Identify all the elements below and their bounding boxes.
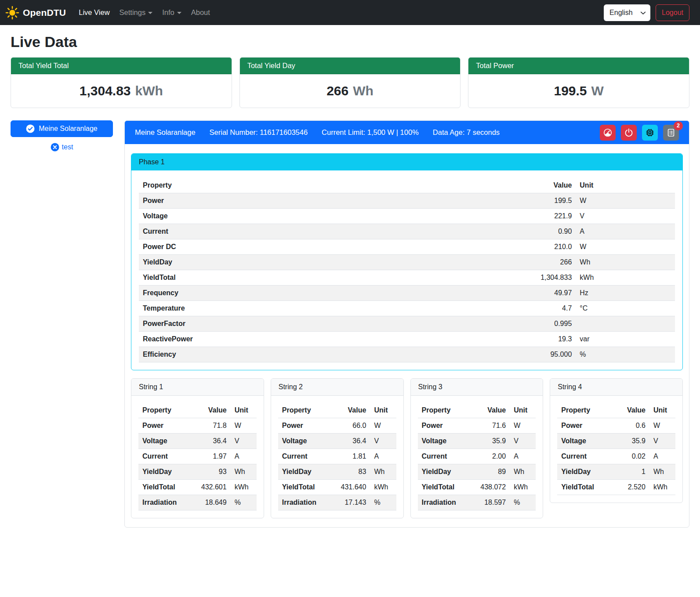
event-log-button[interactable]: 2 [663,125,679,141]
table-header-row: Property Value Unit [138,403,257,418]
property-cell: YieldTotal [138,480,197,495]
table-header-row: Property Value Unit [278,403,396,418]
column-header-unit: Unit [649,403,675,418]
string-card-body: Property Value Unit Power66.0WVoltage36.… [271,396,403,518]
table-row: Temperature4.7°C [139,301,675,316]
property-cell: ReactivePower [139,332,511,347]
value-cell: 0.995 [511,316,576,332]
table-row: Current1.81A [278,449,396,464]
table-row: Voltage35.9V [418,434,536,449]
unit-cell: Hz [576,286,675,301]
caret-down-icon [148,12,152,14]
property-cell: Power [418,418,477,434]
property-cell: Power [139,193,511,209]
value-cell: 221.9 [511,209,576,224]
summary-card-body: 266 Wh [240,74,461,108]
inverter-name: Meine Solaranlage [135,128,196,137]
column-header-property: Property [139,178,511,193]
summary-cards-row: Total Yield Total 1,304.83 kWh Total Yie… [11,57,689,108]
phase-card: Phase 1 Property Value Unit [131,153,683,370]
table-row: Frequency49.97Hz [139,286,675,301]
nav-item-settings[interactable]: Settings [115,5,158,20]
table-header-row: Property Value Unit [418,403,536,418]
string-card-body: Property Value Unit Power0.6WVoltage35.9… [550,396,682,503]
device-info-button[interactable] [642,125,658,141]
value-cell: 95.000 [511,347,576,362]
summary-card-title: Total Yield Day [240,58,461,74]
summary-card-body: 199.5 W [468,74,689,108]
test-link-label: test [62,143,73,151]
column-header-value: Value [197,403,231,418]
nav-item-about[interactable]: About [186,5,215,20]
test-inverter-link[interactable]: test [11,143,113,152]
summary-card-total-yield-total: Total Yield Total 1,304.83 kWh [11,57,232,108]
cpu-icon [645,128,655,137]
string-card-title: String 1 [131,379,264,396]
string-card-title: String 4 [550,379,682,396]
gauge-icon [603,128,613,137]
inverter-select-button[interactable]: Meine Solaranlage [11,120,113,137]
string-card-1: String 1 Property Value Unit [131,378,264,518]
value-cell: 35.9 [476,434,510,449]
table-row: YieldDay83Wh [278,464,396,480]
property-cell: Power [278,418,337,434]
value-cell: 93 [197,464,231,480]
unit-cell: W [649,418,675,434]
unit-cell: W [576,239,675,255]
limit-settings-button[interactable] [600,125,616,141]
table-row: Power71.6W [418,418,536,434]
unit-cell: A [231,449,257,464]
unit-cell: W [510,418,536,434]
property-cell: YieldDay [138,464,197,480]
table-row: Current1.97A [138,449,257,464]
check-circle-icon [26,124,35,133]
property-cell: YieldDay [557,464,616,480]
string-table: Property Value Unit Power71.8WVoltage36.… [138,403,257,510]
nav-item-info[interactable]: Info [157,5,186,20]
inverter-serial: Serial Number: 116171603546 [210,128,308,137]
property-cell: Voltage [557,434,616,449]
property-cell: Irradiation [418,495,477,510]
phase-table: Property Value Unit Power199.5WVoltage22… [139,178,675,362]
table-row: Voltage36.4V [278,434,396,449]
property-cell: YieldTotal [278,480,337,495]
table-row: Power71.8W [138,418,257,434]
unit-cell: W [231,418,257,434]
property-cell: Current [278,449,337,464]
unit-cell: Wh [510,464,536,480]
language-select[interactable]: English [604,4,650,21]
unit-cell [576,316,675,332]
table-row: Current0.02A [557,449,675,464]
sun-icon [5,6,19,20]
unit-cell: kWh [370,480,396,495]
unit-cell: A [370,449,396,464]
power-button[interactable] [621,125,637,141]
table-row: Irradiation17.143% [278,495,396,510]
table-row: Voltage221.9V [139,209,675,224]
unit-cell: V [510,434,536,449]
string-table: Property Value Unit Power0.6WVoltage35.9… [557,403,675,495]
logout-button[interactable]: Logout [656,4,689,21]
navbar-right: English Logout [604,4,689,21]
value-cell: 0.02 [617,449,649,464]
brand[interactable]: OpenDTU [5,6,66,20]
value-cell: 1 [617,464,649,480]
summary-value: 199.5 [554,83,587,98]
property-cell: Voltage [138,434,197,449]
string-card-title: String 3 [411,379,543,396]
inverter-limit: Current Limit: 1,500 W | 100% [322,128,419,137]
unit-cell: A [510,449,536,464]
unit-cell: kWh [231,480,257,495]
table-row: Current0.90A [139,224,675,239]
table-row: Power199.5W [139,193,675,209]
table-row: Power0.6W [557,418,675,434]
strings-row: String 1 Property Value Unit [131,378,683,518]
property-cell: Current [139,224,511,239]
column-header-property: Property [418,403,477,418]
unit-cell: Wh [576,255,675,270]
table-header-row: Property Value Unit [557,403,675,418]
inverter-sidebar: Meine Solaranlage test [11,120,113,152]
nav-item-live-view[interactable]: Live View [74,5,114,20]
value-cell: 2.00 [476,449,510,464]
value-cell: 36.4 [337,434,370,449]
